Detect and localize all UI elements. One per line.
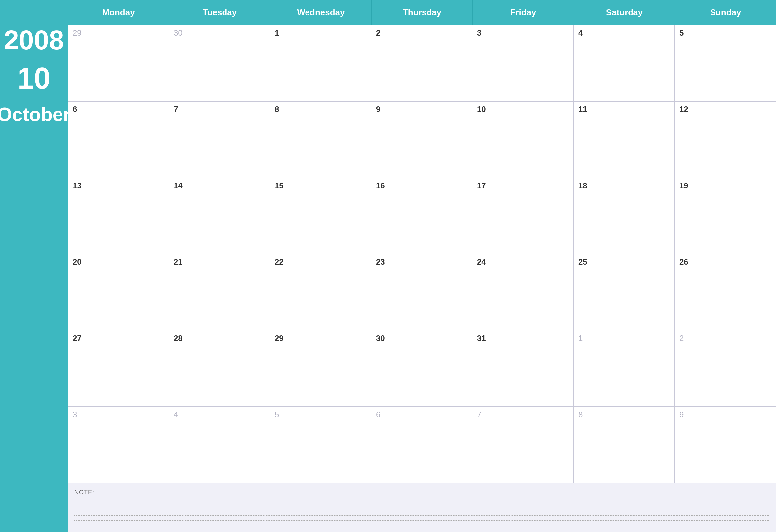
day-cell: 1	[574, 330, 675, 407]
day-number: 2	[680, 334, 771, 343]
day-number: 30	[174, 28, 265, 38]
day-cell: 6	[371, 407, 472, 483]
day-number: 6	[376, 410, 467, 419]
day-cell: 14	[169, 178, 270, 254]
day-cell: 2	[675, 330, 776, 407]
day-number: 4	[578, 28, 670, 38]
day-cell: 7	[169, 102, 270, 178]
day-cell: 16	[371, 178, 472, 254]
day-cell: 23	[371, 254, 472, 330]
day-number: 11	[578, 105, 670, 114]
day-number: 7	[174, 105, 265, 114]
day-cell: 30	[371, 330, 472, 407]
day-number: 14	[174, 181, 265, 190]
day-number: 19	[680, 181, 771, 190]
day-header-friday: Friday	[472, 0, 574, 25]
day-number: 7	[477, 410, 569, 419]
day-cell: 9	[371, 102, 472, 178]
day-header-thursday: Thursday	[371, 0, 472, 25]
year-label: 2008	[4, 26, 64, 53]
calendar-grid: MondayTuesdayWednesdayThursdayFridaySatu…	[68, 0, 776, 483]
day-number: 20	[73, 257, 164, 267]
day-number: 12	[680, 105, 771, 114]
main-area: MondayTuesdayWednesdayThursdayFridaySatu…	[68, 0, 776, 532]
day-cell: 2	[371, 25, 472, 102]
calendar-container: 2008 10 October MondayTuesdayWednesdayTh…	[0, 0, 776, 532]
day-number: 27	[73, 334, 164, 343]
note-line-5	[74, 520, 769, 521]
day-cell: 22	[270, 254, 371, 330]
day-number: 9	[680, 410, 771, 419]
day-cell: 1	[270, 25, 371, 102]
day-number: 22	[275, 257, 366, 267]
note-label: NOTE:	[74, 489, 769, 496]
day-cell: 31	[472, 330, 574, 407]
day-cell: 30	[169, 25, 270, 102]
day-number: 30	[376, 334, 467, 343]
day-cell: 12	[675, 102, 776, 178]
day-cell: 13	[68, 178, 169, 254]
day-number: 28	[174, 334, 265, 343]
day-cell: 18	[574, 178, 675, 254]
sidebar-top: 2008 10 October	[0, 13, 68, 142]
note-line-2	[74, 506, 769, 506]
day-cell: 10	[472, 102, 574, 178]
day-cell: 5	[270, 407, 371, 483]
notes-section: NOTE:	[68, 483, 776, 532]
day-cell: 24	[472, 254, 574, 330]
day-cell: 29	[68, 25, 169, 102]
day-headers-row: MondayTuesdayWednesdayThursdayFridaySatu…	[68, 0, 776, 25]
day-cell: 20	[68, 254, 169, 330]
day-header-saturday: Saturday	[574, 0, 675, 25]
day-number: 15	[275, 181, 366, 190]
day-number: 3	[73, 410, 164, 419]
day-cell: 21	[169, 254, 270, 330]
day-cell: 28	[169, 330, 270, 407]
day-cell: 6	[68, 102, 169, 178]
day-header-monday: Monday	[68, 0, 169, 25]
day-cell: 3	[472, 25, 574, 102]
day-number: 1	[578, 334, 670, 343]
day-number: 9	[376, 105, 467, 114]
day-cell: 8	[574, 407, 675, 483]
day-number: 29	[73, 28, 164, 38]
week-row-3: 13141516171819	[68, 178, 776, 254]
day-number: 17	[477, 181, 569, 190]
day-number: 24	[477, 257, 569, 267]
note-line-1	[74, 501, 769, 501]
day-cell: 29	[270, 330, 371, 407]
day-cell: 11	[574, 102, 675, 178]
day-number: 8	[275, 105, 366, 114]
day-cell: 27	[68, 330, 169, 407]
month-name-label: October	[0, 103, 71, 125]
day-cell: 25	[574, 254, 675, 330]
month-number-label: 10	[17, 63, 50, 93]
day-cell: 15	[270, 178, 371, 254]
day-number: 5	[680, 28, 771, 38]
day-number: 2	[376, 28, 467, 38]
week-row-5: 272829303112	[68, 330, 776, 407]
sidebar: 2008 10 October	[0, 0, 68, 532]
week-row-1: 293012345	[68, 25, 776, 102]
day-number: 18	[578, 181, 670, 190]
day-number: 4	[174, 410, 265, 419]
weeks-grid: 2930123456789101112131415161718192021222…	[68, 25, 776, 483]
day-cell: 19	[675, 178, 776, 254]
day-number: 16	[376, 181, 467, 190]
day-number: 10	[477, 105, 569, 114]
day-cell: 17	[472, 178, 574, 254]
day-cell: 4	[169, 407, 270, 483]
day-cell: 26	[675, 254, 776, 330]
day-cell: 4	[574, 25, 675, 102]
day-number: 13	[73, 181, 164, 190]
day-cell: 7	[472, 407, 574, 483]
day-number: 1	[275, 28, 366, 38]
day-number: 23	[376, 257, 467, 267]
day-header-tuesday: Tuesday	[169, 0, 270, 25]
day-number: 21	[174, 257, 265, 267]
day-number: 29	[275, 334, 366, 343]
day-number: 3	[477, 28, 569, 38]
day-number: 6	[73, 105, 164, 114]
day-header-wednesday: Wednesday	[270, 0, 371, 25]
week-row-2: 6789101112	[68, 102, 776, 178]
